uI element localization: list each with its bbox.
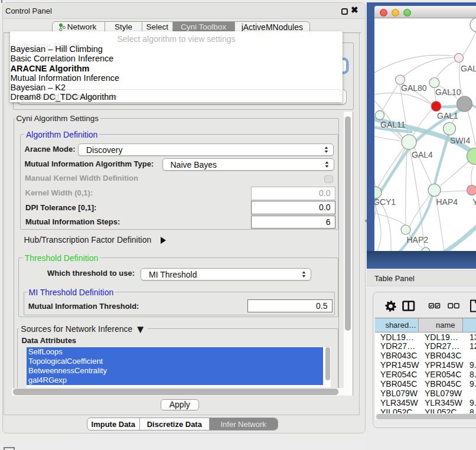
svg-text:Y: Y <box>472 197 476 207</box>
svg-text:SWI4: SWI4 <box>450 136 470 145</box>
svg-text:HAP2: HAP2 <box>407 235 429 244</box>
svg-text:GAL80: GAL80 <box>401 83 427 93</box>
svg-text:HAP4: HAP4 <box>436 197 458 207</box>
svg-text:GAL10: GAL10 <box>435 87 461 97</box>
svg-text:GAL4: GAL4 <box>412 150 433 159</box>
svg-text:GAL1: GAL1 <box>437 111 458 120</box>
svg-text:GAL11: GAL11 <box>380 120 406 129</box>
svg-text:GAL7: GAL7 <box>461 64 476 73</box>
svg-text:GCY1: GCY1 <box>374 197 396 207</box>
